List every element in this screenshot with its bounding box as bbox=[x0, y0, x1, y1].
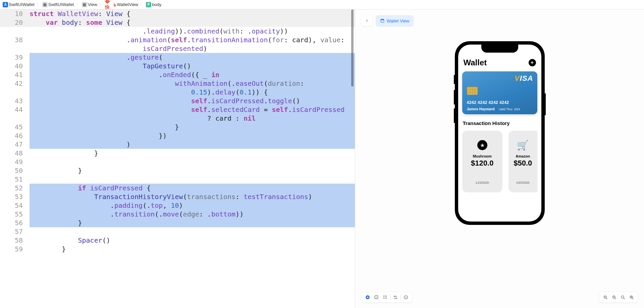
code-line[interactable]: .padding(.top, 10) bbox=[30, 201, 355, 210]
zoom-actual-button[interactable] bbox=[619, 294, 627, 301]
cursor-box-icon bbox=[374, 295, 379, 300]
transaction-tile[interactable]: 🛒Amazon$50.010/2/2020 bbox=[508, 131, 537, 192]
breadcrumb-bar[interactable]: A SwiftUIWallet 〉 ▤ SwiftUIWallet 〉 ▤ Vi… bbox=[0, 0, 644, 9]
code-line[interactable]: struct WalletView: View { bbox=[30, 9, 130, 18]
line-number: 38 bbox=[0, 36, 30, 44]
play-icon bbox=[365, 295, 370, 300]
code-line[interactable]: } bbox=[30, 123, 355, 131]
svg-point-12 bbox=[394, 296, 395, 297]
code-line[interactable]: } bbox=[30, 149, 98, 158]
zoom-controls bbox=[599, 292, 638, 303]
line-number: 40 bbox=[0, 62, 30, 70]
code-line[interactable]: } bbox=[30, 166, 82, 175]
line-number: 50 bbox=[0, 166, 30, 175]
code-line[interactable]: if isCardPressed { bbox=[30, 184, 355, 192]
line-number: 53 bbox=[0, 192, 30, 201]
code-line[interactable]: isCardPresented) bbox=[30, 44, 207, 53]
selectable-button[interactable] bbox=[372, 294, 381, 301]
svg-line-24 bbox=[624, 298, 625, 299]
merchant-label: Mushroom bbox=[473, 154, 492, 158]
breadcrumb-target[interactable]: SwiftUIWallet bbox=[48, 2, 74, 7]
zoom-out-icon bbox=[612, 295, 617, 300]
code-line[interactable]: } bbox=[30, 219, 355, 227]
svg-line-21 bbox=[615, 298, 616, 299]
accessibility-button[interactable] bbox=[401, 294, 410, 301]
code-line[interactable]: .transition(.move(edge: .bottom)) bbox=[30, 210, 355, 219]
code-line[interactable]: TapGesture() bbox=[30, 62, 355, 70]
add-card-button[interactable]: + bbox=[529, 59, 536, 66]
code-editor[interactable]: 10struct WalletView: View {20 var body: … bbox=[0, 9, 355, 308]
variants-button[interactable] bbox=[381, 294, 389, 301]
svg-point-15 bbox=[406, 296, 406, 297]
zoom-out-full-button[interactable] bbox=[601, 294, 610, 301]
card-brand: VISA bbox=[515, 74, 533, 83]
card-chip-icon bbox=[467, 87, 478, 95]
code-line[interactable]: }) bbox=[30, 131, 355, 140]
line-number: 46 bbox=[0, 131, 30, 140]
code-line[interactable]: .onEnded({ _ in bbox=[30, 70, 355, 79]
breadcrumb-symbol[interactable]: body bbox=[152, 2, 161, 7]
code-line[interactable]: var body: some View { bbox=[30, 18, 130, 27]
svg-rect-8 bbox=[385, 298, 385, 298]
line-number: 56 bbox=[0, 219, 30, 227]
line-number bbox=[0, 88, 30, 97]
app-icon bbox=[380, 18, 385, 23]
code-line[interactable]: withAnimation(.easeOut(duration: bbox=[30, 79, 355, 88]
line-number: 20 bbox=[0, 18, 30, 27]
code-line[interactable]: 0.15).delay(0.1)) { bbox=[30, 88, 355, 97]
line-number: 51 bbox=[0, 175, 30, 184]
chevron-right-icon: 〉 bbox=[75, 2, 81, 7]
zoom-out-button[interactable] bbox=[610, 294, 619, 301]
line-number: 59 bbox=[0, 245, 30, 253]
code-line[interactable]: self.isCardPressed.toggle() bbox=[30, 97, 355, 105]
wallet-title: Wallet bbox=[464, 58, 487, 67]
live-preview-button[interactable] bbox=[363, 294, 372, 301]
line-number: 42 bbox=[0, 79, 30, 88]
breadcrumb-file[interactable]: WalletView bbox=[117, 2, 139, 7]
card-valid: Valid Thru 3/23 bbox=[499, 108, 520, 111]
device-settings-button[interactable] bbox=[391, 294, 400, 301]
line-number: 44 bbox=[0, 105, 30, 114]
code-line[interactable]: ) bbox=[30, 140, 355, 149]
svg-rect-1 bbox=[381, 19, 384, 20]
project-icon: A bbox=[3, 2, 8, 7]
svg-point-13 bbox=[396, 298, 396, 299]
card-number: 4242 4242 4242 4242 bbox=[467, 100, 509, 105]
breadcrumb-group[interactable]: View bbox=[88, 2, 97, 7]
code-line[interactable]: .animation(self.transitionAnimation(for:… bbox=[30, 36, 348, 44]
svg-point-23 bbox=[621, 296, 624, 298]
code-line[interactable]: .gesture( bbox=[30, 53, 355, 62]
svg-rect-7 bbox=[383, 298, 384, 298]
zoom-out-icon bbox=[603, 295, 608, 300]
code-line[interactable]: TransactionHistoryView(transactions: tes… bbox=[30, 192, 355, 201]
folder-icon: ▤ bbox=[42, 2, 48, 7]
device-notch bbox=[481, 44, 518, 53]
line-number: 41 bbox=[0, 70, 30, 79]
code-line[interactable]: Spacer() bbox=[30, 236, 110, 245]
line-number: 45 bbox=[0, 123, 30, 131]
svg-rect-16 bbox=[406, 297, 406, 298]
code-line[interactable]: self.selectedCard = self.isCardPressed bbox=[30, 105, 355, 114]
pin-button[interactable] bbox=[361, 15, 373, 26]
breadcrumb-project[interactable]: SwiftUIWallet bbox=[9, 2, 35, 7]
property-icon: P bbox=[146, 2, 151, 7]
credit-card[interactable]: VISA 4242 4242 4242 4242 James Hayward V… bbox=[462, 71, 537, 114]
pin-icon bbox=[365, 18, 369, 23]
sliders-icon bbox=[393, 295, 398, 300]
canvas-controls-left bbox=[361, 292, 412, 303]
line-number: 55 bbox=[0, 210, 30, 219]
transaction-tile[interactable]: ★Mushroom$120.011/2/2020 bbox=[462, 131, 502, 192]
zoom-in-button[interactable] bbox=[627, 294, 636, 301]
preview-selector[interactable]: Wallet View bbox=[376, 15, 413, 26]
line-number: 48 bbox=[0, 149, 30, 158]
svg-line-26 bbox=[632, 298, 633, 299]
date-label: 10/2/2020 bbox=[516, 181, 530, 184]
chevron-right-icon: 〉 bbox=[139, 2, 145, 7]
code-line[interactable]: } bbox=[30, 245, 66, 253]
code-line[interactable]: ? card : nil bbox=[30, 114, 355, 123]
code-line[interactable]: .leading)).combined(with: .opacity)) bbox=[30, 27, 288, 36]
swift-file-icon: �快 bbox=[105, 2, 110, 7]
line-number: 10 bbox=[0, 9, 30, 18]
scrollbar[interactable] bbox=[351, 9, 354, 86]
app-screen[interactable]: Wallet + VISA 4242 4242 4242 4242 James … bbox=[458, 45, 541, 222]
